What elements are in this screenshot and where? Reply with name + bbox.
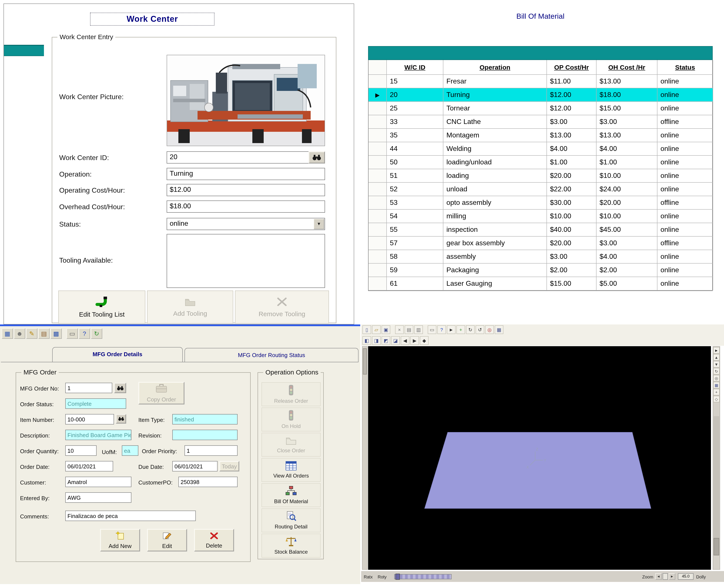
- fit-icon[interactable]: ◇: [713, 396, 720, 402]
- bom-cell-wcid[interactable]: 51: [387, 169, 443, 183]
- view-back-icon[interactable]: ◨: [372, 336, 381, 345]
- matrix-icon[interactable]: ▩: [50, 328, 62, 339]
- bom-column-header[interactable]: W/C ID: [387, 60, 443, 75]
- bom-cell-status[interactable]: online: [658, 156, 713, 169]
- grid-icon[interactable]: ▦: [495, 325, 503, 334]
- order-quantity-field[interactable]: 10: [65, 445, 97, 456]
- search-work-center-button[interactable]: [309, 151, 325, 164]
- bom-cell-opcost[interactable]: $3.00: [547, 115, 597, 129]
- bom-cell-wcid[interactable]: 35: [387, 129, 443, 142]
- bom-cell-operation[interactable]: milling: [443, 210, 547, 223]
- operation-option-view-all-orders[interactable]: View All Orders: [262, 458, 320, 482]
- rotation-slider[interactable]: [394, 574, 452, 579]
- work-center-id-field[interactable]: 20: [167, 151, 325, 164]
- refresh-icon[interactable]: ↻: [91, 328, 102, 339]
- row-selector[interactable]: [369, 75, 387, 88]
- rotate-cw-icon[interactable]: ↻: [466, 325, 475, 334]
- status-dropdown[interactable]: online ▼: [167, 218, 325, 230]
- slider-handle[interactable]: [395, 574, 400, 580]
- view-iso-icon[interactable]: ◆: [420, 336, 429, 345]
- print-icon[interactable]: ▭: [428, 325, 436, 334]
- view-left-icon[interactable]: ◀: [401, 336, 409, 345]
- bom-column-header[interactable]: Operation: [443, 60, 547, 75]
- row-selector[interactable]: [369, 142, 387, 156]
- tooling-available-textarea[interactable]: [167, 234, 325, 288]
- order-date-field[interactable]: 06/01/2021: [65, 461, 113, 471]
- search-item-button[interactable]: [116, 414, 126, 424]
- table-row[interactable]: ▶20Turning$12.00$18.00online: [369, 88, 712, 102]
- chevron-down-icon[interactable]: ▼: [314, 219, 324, 229]
- target-icon[interactable]: ◎: [485, 325, 494, 334]
- bom-cell-wcid[interactable]: 50: [387, 156, 443, 169]
- bom-cell-ohcost[interactable]: $3.00: [597, 237, 658, 250]
- zoom-in-button[interactable]: ►: [669, 573, 675, 580]
- table-row[interactable]: 55inspection$40.00$45.00online: [369, 223, 712, 237]
- item-number-field[interactable]: 10-000: [65, 414, 114, 424]
- copy-order-button[interactable]: Copy Order: [138, 382, 185, 404]
- orders-grid-icon[interactable]: ▦: [2, 328, 13, 339]
- table-row[interactable]: 57gear box assembly$20.00$3.00offline: [369, 237, 712, 250]
- bom-column-header[interactable]: Status: [658, 60, 713, 75]
- rotate-icon[interactable]: ↻: [713, 368, 720, 375]
- table-row[interactable]: 33CNC Lathe$3.00$3.00offline: [369, 115, 712, 129]
- bom-cell-status[interactable]: online: [658, 102, 713, 115]
- customer-field[interactable]: Amatrol: [65, 477, 131, 487]
- bom-cell-opcost[interactable]: $20.00: [547, 237, 597, 250]
- bom-cell-wcid[interactable]: 20: [387, 88, 443, 102]
- bom-cell-opcost[interactable]: $11.00: [547, 75, 597, 88]
- bom-cell-opcost[interactable]: $2.00: [547, 264, 597, 277]
- bom-cell-ohcost[interactable]: $10.00: [597, 169, 658, 183]
- bom-cell-wcid[interactable]: 58: [387, 250, 443, 264]
- copy-icon[interactable]: ▤: [405, 325, 413, 334]
- cut-icon[interactable]: ×: [395, 325, 404, 334]
- bom-cell-operation[interactable]: Montagem: [443, 129, 547, 142]
- bom-cell-operation[interactable]: CNC Lathe: [443, 115, 547, 129]
- bom-cell-status[interactable]: online: [658, 88, 713, 102]
- bom-cell-status[interactable]: online: [658, 250, 713, 264]
- row-selector[interactable]: [369, 196, 387, 210]
- new-file-icon[interactable]: ▯: [363, 325, 371, 334]
- view-right-icon[interactable]: ▶: [410, 336, 419, 345]
- delete-button[interactable]: Delete: [194, 529, 234, 551]
- bom-cell-wcid[interactable]: 15: [387, 75, 443, 88]
- operation-option-close-order[interactable]: Close Order: [262, 433, 320, 457]
- bom-cell-status[interactable]: online: [658, 277, 713, 291]
- bom-cell-operation[interactable]: loading/unload: [443, 156, 547, 169]
- view-top-icon[interactable]: ◩: [381, 336, 390, 345]
- bom-cell-status[interactable]: online: [658, 142, 713, 156]
- bom-cell-ohcost[interactable]: $3.00: [597, 115, 658, 129]
- bom-cell-operation[interactable]: assembly: [443, 250, 547, 264]
- row-selector[interactable]: [369, 129, 387, 142]
- table-row[interactable]: 25Tornear$12.00$15.00online: [369, 102, 712, 115]
- bom-cell-ohcost[interactable]: $2.00: [597, 264, 658, 277]
- bom-cell-operation[interactable]: loading: [443, 169, 547, 183]
- bom-cell-opcost[interactable]: $12.00: [547, 102, 597, 115]
- bom-cell-opcost[interactable]: $15.00: [547, 277, 597, 291]
- operation-option-bill-of-material[interactable]: Bill Of Material: [262, 483, 320, 507]
- vertical-scrollbar-right[interactable]: [713, 416, 719, 555]
- row-selector[interactable]: [369, 250, 387, 264]
- bom-cell-operation[interactable]: inspection: [443, 223, 547, 237]
- bom-cell-opcost[interactable]: $3.00: [547, 250, 597, 264]
- bom-cell-status[interactable]: online: [658, 264, 713, 277]
- bom-cell-wcid[interactable]: 54: [387, 210, 443, 223]
- overhead-cost-field[interactable]: $18.00: [167, 201, 325, 213]
- bom-cell-wcid[interactable]: 44: [387, 142, 443, 156]
- help-icon[interactable]: ?: [79, 328, 90, 339]
- comments-field[interactable]: Finalizacao de peca: [65, 510, 196, 521]
- bom-cell-operation[interactable]: gear box assembly: [443, 237, 547, 250]
- bom-cell-wcid[interactable]: 61: [387, 277, 443, 291]
- row-selector[interactable]: [369, 277, 387, 291]
- pan-down-icon[interactable]: ▼: [713, 361, 720, 368]
- pointer-icon[interactable]: ►: [447, 325, 456, 334]
- zoom-track[interactable]: [663, 573, 668, 580]
- table-row[interactable]: 35Montagem$13.00$13.00online: [369, 129, 712, 142]
- row-selector[interactable]: [369, 156, 387, 169]
- bom-cell-status[interactable]: online: [658, 210, 713, 223]
- row-selector[interactable]: [369, 115, 387, 129]
- pointer-icon[interactable]: ►: [713, 347, 720, 354]
- due-date-field[interactable]: 06/01/2021: [172, 461, 218, 471]
- add-new-button[interactable]: Add New: [100, 529, 140, 551]
- tab-mfg-order-routing-status[interactable]: MFG Order Routing Status: [185, 348, 358, 362]
- bom-cell-ohcost[interactable]: $4.00: [597, 250, 658, 264]
